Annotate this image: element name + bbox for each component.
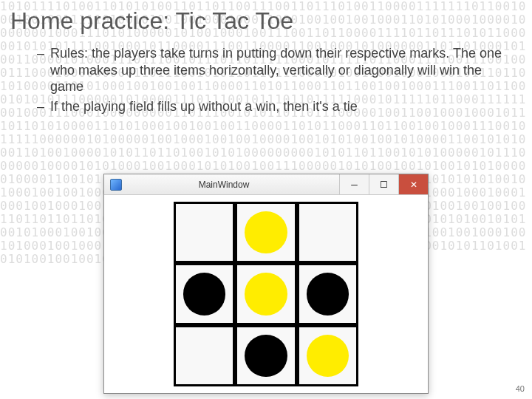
maximize-button[interactable]: ☐	[369, 174, 398, 194]
page-number: 40	[516, 384, 525, 393]
titlebar[interactable]: MainWindow ─ ☐ ✕	[104, 174, 428, 195]
bullet-item: Rules: the players take turns in putting…	[37, 45, 502, 95]
yellow-piece	[245, 211, 287, 253]
maximize-icon: ☐	[380, 180, 388, 189]
page-title: Home practice: Tic Tac Toe	[0, 0, 532, 39]
board-cell-2-1[interactable]	[235, 325, 296, 386]
minimize-icon: ─	[351, 180, 358, 189]
slide: Home practice: Tic Tac Toe Rules: the pl…	[0, 0, 532, 399]
board-cell-0-1[interactable]	[235, 202, 296, 263]
window-title: MainWindow	[109, 180, 339, 190]
board-cell-1-2[interactable]	[297, 263, 358, 324]
board-cell-1-1[interactable]	[235, 263, 296, 324]
black-piece	[245, 335, 287, 377]
yellow-piece	[245, 273, 287, 315]
black-piece	[183, 273, 225, 315]
app-window: MainWindow ─ ☐ ✕	[103, 174, 429, 394]
minimize-button[interactable]: ─	[339, 174, 369, 194]
board-cell-2-0[interactable]	[174, 325, 235, 386]
close-icon: ✕	[410, 180, 417, 189]
window-client-area	[104, 195, 428, 393]
bullet-list: Rules: the players take turns in putting…	[37, 45, 502, 115]
board-cell-0-0[interactable]	[174, 202, 235, 263]
bullet-item: If the playing field fills up without a …	[37, 98, 502, 115]
black-piece	[307, 273, 349, 315]
board-cell-1-0[interactable]	[174, 263, 235, 324]
close-button[interactable]: ✕	[398, 174, 428, 194]
board-cell-0-2[interactable]	[297, 202, 358, 263]
window-controls: ─ ☐ ✕	[339, 174, 428, 194]
board-cell-2-2[interactable]	[297, 325, 358, 386]
tic-tac-toe-board[interactable]	[174, 202, 358, 386]
yellow-piece	[307, 335, 349, 377]
